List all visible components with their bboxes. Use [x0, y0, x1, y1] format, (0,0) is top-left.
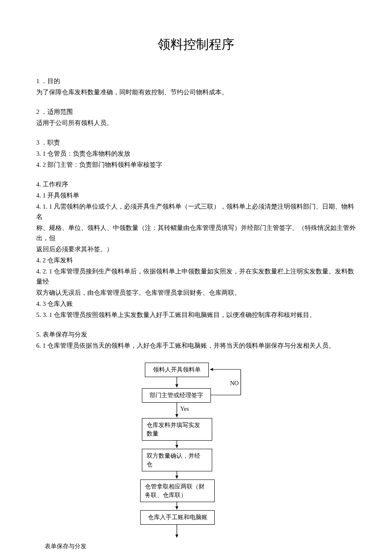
body-4-11a: 4. 1. 1 凡需领料的单位或个人，必须开具生产领料单（一式三联），领料单上必…	[36, 201, 356, 222]
page-title: 领料控制程序	[36, 34, 356, 55]
flow-box-copies: 仓管拿取相应两联（财 务联、仓库联）	[140, 479, 215, 502]
flow-box-dispatch-l2: 数量	[147, 430, 159, 437]
heading-3: 3 ．职责	[36, 137, 356, 148]
flow-box-approve: 部门主管或经理签字	[142, 388, 211, 403]
heading-4: 4. 工作程序	[36, 179, 356, 189]
section-forms: 5. 表单保存与分发 6. 1 仓库管理员依据当天的领料单，入好仓库手工账和电脑…	[36, 329, 356, 351]
flow-box-dispatch: 仓库发料并填写实发 数量	[142, 418, 212, 441]
flow-label-no: NO	[230, 379, 239, 388]
body-4-21a: 4. 2. 1 仓库管理员接到生产领料单后，依据领料单上申领数量如实照发，并在实…	[36, 266, 356, 287]
flow-label-yes: Yes	[180, 404, 189, 414]
section-scope: 2 ．适用范围 适用于公司所有领料人员。	[36, 107, 356, 128]
flow-box-confirm-l1: 双方数量确认，并经	[147, 453, 200, 459]
flow-box-copies-l1: 仓管拿取相应两联（财	[145, 483, 205, 490]
body-3-2: 4. 2 部门主管：负责部门物料领料单审核签字	[36, 160, 356, 170]
flowchart: 领料人开具领料单 部门主管或经理签字 Yes NO 仓库发料并填写实发 数量 双…	[36, 363, 356, 555]
flow-box-confirm-l2: 仓	[147, 461, 153, 468]
body-4-2: 4. 2 仓库发料	[36, 255, 356, 265]
body-4-11b: 称、规格、单位、领料人、中领数量（注：其转鳏量由仓库管理员填写）并经部门主管签字…	[36, 223, 356, 243]
body-1: 为了保障仓库发料数量准确，同时能有效控制、节约公司物料成本。	[36, 87, 356, 97]
flow-box-issue: 领料人开具领料单	[145, 363, 209, 377]
flow-box-copies-l2: 务联、仓库联）	[145, 492, 187, 498]
body-4-3: 4. 3 仓库入账	[36, 299, 356, 309]
body-4-11c: 返回后必须要求其补签。）	[36, 244, 356, 254]
heading-1: 1 ．目的	[36, 76, 356, 86]
section-purpose: 1 ．目的 为了保障仓库发料数量准确，同时能有效控制、节约公司物料成本。	[36, 76, 356, 97]
flow-caption: 表单保存与分发	[45, 542, 86, 551]
body-2: 适用于公司所有领料人员。	[36, 118, 356, 128]
heading-5: 5. 表单保存与分发	[36, 329, 356, 340]
heading-2: 2 ．适用范围	[36, 107, 356, 117]
body-5-1: 6. 1 仓库管理员依据当天的领料单，入好仓库手工账和电脑账，并将当天的领料单据…	[36, 340, 356, 351]
flow-box-record: 仓库入手工账和电脑账	[140, 510, 215, 525]
section-responsibility: 3 ．职责 3. 1 仓管员：负责仓库物料的发放 4. 2 部门主管：负责部门物…	[36, 137, 356, 170]
body-4-31: 5. 3. 1 仓库管理员按照领料单上实发数量入好手工账目和电脑账目，以便准确控…	[36, 310, 356, 320]
body-4-21b: 双方确认无误后，由仓库管理员签字。仓库管理员拿回财务、仓库两联。	[36, 288, 356, 298]
section-procedure: 4. 工作程序 4. 1 开具领料单 4. 1. 1 凡需领料的单位或个人，必须…	[36, 179, 356, 320]
flow-box-confirm: 双方数量确认，并经 仓	[142, 449, 212, 471]
body-3-1: 3. 1 仓管员：负责仓库物料的发放	[36, 148, 356, 159]
body-4-1: 4. 1 开具领料单	[36, 190, 356, 200]
flow-box-dispatch-l1: 仓库发料并填写实发	[147, 422, 200, 428]
